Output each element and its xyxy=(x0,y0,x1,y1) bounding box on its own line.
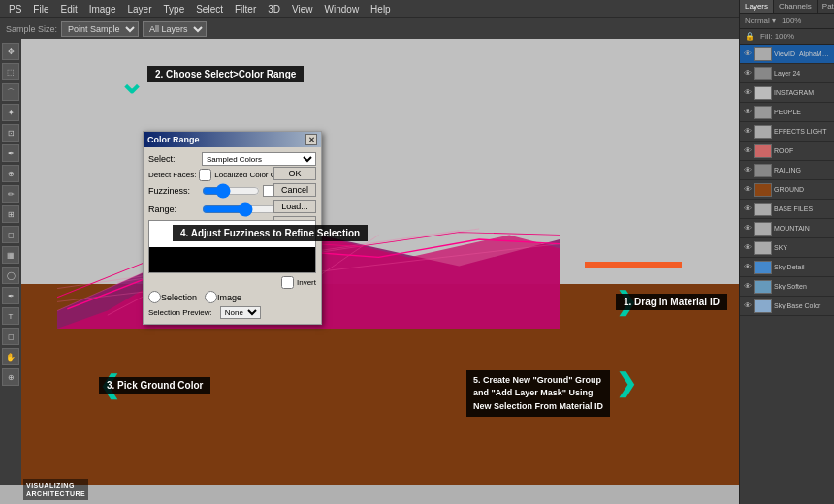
hand-tool[interactable]: ✋ xyxy=(2,348,19,365)
eraser-tool[interactable]: ◻ xyxy=(2,226,19,243)
load-button[interactable]: Load... xyxy=(273,200,316,213)
localized-checkbox[interactable] xyxy=(199,169,211,181)
pen-tool[interactable]: ✒ xyxy=(2,287,19,304)
sample-size-label: Sample Size: xyxy=(6,24,57,34)
eye-icon[interactable]: 👁 xyxy=(743,263,753,272)
eyedropper-tool[interactable]: ✒ xyxy=(2,144,19,162)
menu-select[interactable]: Select xyxy=(191,4,228,15)
layer-name: RAILING xyxy=(774,167,831,173)
move-tool[interactable]: ✥ xyxy=(2,43,19,60)
magic-wand-tool[interactable]: ✦ xyxy=(2,104,19,121)
eye-icon[interactable]: 👁 xyxy=(743,185,753,195)
menu-edit[interactable]: Edit xyxy=(55,4,81,15)
eye-icon[interactable]: 👁 xyxy=(743,127,753,137)
invert-row: Invert xyxy=(148,276,316,289)
clone-tool[interactable]: ⊞ xyxy=(2,205,19,223)
layer-thumbnail xyxy=(754,183,772,197)
menu-type[interactable]: Type xyxy=(159,4,190,15)
layer-name: Sky Detail xyxy=(774,264,831,270)
eye-icon[interactable]: 👁 xyxy=(743,282,753,292)
panel-toolbar-2: 🔒 Fill: 100% xyxy=(740,29,834,45)
shape-tool[interactable]: ◻ xyxy=(2,328,19,345)
invert-checkbox[interactable] xyxy=(281,276,294,289)
preview-select[interactable]: None xyxy=(220,306,261,319)
menu-help[interactable]: Help xyxy=(366,4,396,15)
eye-icon[interactable]: 👁 xyxy=(743,166,753,175)
ok-button[interactable]: OK xyxy=(273,167,316,180)
cancel-button[interactable]: Cancel xyxy=(273,183,316,197)
dodge-tool[interactable]: ◯ xyxy=(2,267,19,284)
eye-icon[interactable]: 👁 xyxy=(743,69,753,79)
healing-tool[interactable]: ⊕ xyxy=(2,165,19,182)
layer-row[interactable]: 👁 ROOF xyxy=(740,142,834,161)
tab-channels[interactable]: Channels xyxy=(774,0,818,13)
invert-label: Invert xyxy=(297,278,316,287)
left-tool-panel: ✥ ⬚ ⌒ ✦ ⊡ ✒ ⊕ ✏ ⊞ ◻ ▦ ◯ ✒ T ◻ ✋ ⊕ xyxy=(0,39,21,485)
menu-filter[interactable]: Filter xyxy=(230,4,261,15)
eye-icon[interactable]: 👁 xyxy=(743,224,753,234)
layer-row[interactable]: 👁 INSTAGRAM xyxy=(740,83,834,103)
tab-paths[interactable]: Paths xyxy=(818,0,834,13)
eye-icon[interactable]: 👁 xyxy=(743,49,753,59)
layer-row[interactable]: 👁 Sky Soften xyxy=(740,277,834,297)
layer-row[interactable]: 👁 GROUND xyxy=(740,180,834,200)
layer-thumbnail xyxy=(754,222,772,236)
crop-tool[interactable]: ⊡ xyxy=(2,124,19,142)
highlight-bar xyxy=(585,262,682,268)
fill-btn[interactable]: Fill: 100% xyxy=(758,31,796,42)
menu-image[interactable]: Image xyxy=(84,4,121,15)
selection-radio[interactable] xyxy=(148,291,161,303)
layer-row[interactable]: 👁 Sky Detail xyxy=(740,258,834,277)
layer-thumbnail xyxy=(754,299,772,313)
layer-row[interactable]: 👁 EFFECTS LIGHT xyxy=(740,122,834,142)
select-dropdown[interactable]: Sampled Colors xyxy=(202,152,316,166)
opacity-btn[interactable]: 100% xyxy=(780,16,803,26)
layer-row[interactable]: 👁 MOUNTAIN xyxy=(740,219,834,238)
lasso-tool[interactable]: ⌒ xyxy=(2,83,19,101)
step-1-container: 1. Drag in Material ID ❯ xyxy=(616,289,637,314)
layer-row[interactable]: 👁 Sky Base Color xyxy=(740,297,834,316)
fuzziness-slider[interactable] xyxy=(202,183,260,199)
layer-name: SKY xyxy=(774,244,831,251)
tab-layers[interactable]: Layers xyxy=(740,0,774,13)
layer-row[interactable]: 👁 PEOPLE xyxy=(740,103,834,122)
layer-thumbnail xyxy=(754,125,772,139)
all-layers-select[interactable]: All Layers xyxy=(143,21,207,37)
layer-row[interactable]: 👁 RAILING xyxy=(740,161,834,180)
eye-icon[interactable]: 👁 xyxy=(743,301,753,311)
layers-panel: Layers Channels Paths Normal ▾ 100% 🔒 Fi… xyxy=(740,0,834,316)
sample-size-select[interactable]: Point Sample xyxy=(61,21,139,37)
menu-window[interactable]: Window xyxy=(320,4,365,15)
layer-thumbnail xyxy=(754,261,772,274)
menu-view[interactable]: View xyxy=(287,4,318,15)
preview-black xyxy=(149,247,315,273)
layer-thumbnail xyxy=(754,280,772,294)
lock-icon[interactable]: 🔒 xyxy=(743,31,756,42)
eye-icon[interactable]: 👁 xyxy=(743,243,753,253)
dialog-close-button[interactable]: ✕ xyxy=(305,134,317,145)
layer-row[interactable]: 👁 BASE FILES xyxy=(740,200,834,219)
layer-row[interactable]: 👁 Layer 24 xyxy=(740,64,834,83)
eye-icon[interactable]: 👁 xyxy=(743,108,753,117)
menu-file[interactable]: File xyxy=(28,4,53,15)
zoom-tool[interactable]: ⊕ xyxy=(2,368,19,386)
eye-icon[interactable]: 👁 xyxy=(743,205,753,214)
eye-icon[interactable]: 👁 xyxy=(743,88,753,98)
layer-name: Sky Base Color xyxy=(774,302,831,309)
layer-thumbnail xyxy=(754,47,772,61)
menu-3d[interactable]: 3D xyxy=(263,4,285,15)
normal-dropdown[interactable]: Normal ▾ xyxy=(743,16,778,26)
layer-thumbnail xyxy=(754,241,772,255)
selection-tool[interactable]: ⬚ xyxy=(2,63,19,80)
layer-row[interactable]: 👁 ViewID_AlphaMaterial_ID xyxy=(740,45,834,64)
menu-layer[interactable]: Layer xyxy=(123,4,157,15)
layer-row[interactable]: 👁 SKY xyxy=(740,238,834,258)
gradient-tool[interactable]: ▦ xyxy=(2,246,19,264)
branding-line1: VISUALIZING xyxy=(26,481,85,489)
image-radio[interactable] xyxy=(205,291,217,303)
text-tool[interactable]: T xyxy=(2,307,19,325)
menu-ps[interactable]: PS xyxy=(4,4,26,15)
layer-name: INSTAGRAM xyxy=(774,89,831,96)
brush-tool[interactable]: ✏ xyxy=(2,185,19,203)
eye-icon[interactable]: 👁 xyxy=(743,146,753,156)
